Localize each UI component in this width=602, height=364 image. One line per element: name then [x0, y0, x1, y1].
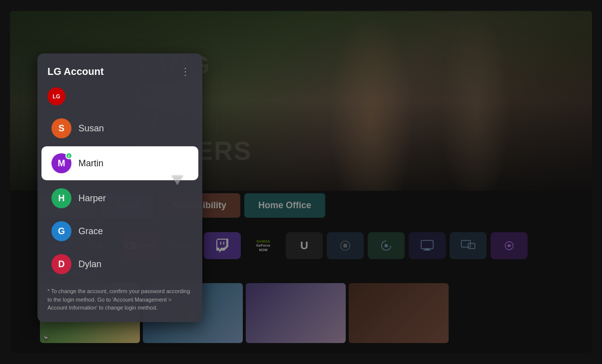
- avatar-harper: H: [51, 188, 71, 208]
- lg-logo: LG: [47, 87, 65, 105]
- panel-title: LG Account: [47, 66, 104, 77]
- panel-header: LG Account ⋮: [37, 53, 202, 85]
- user-item-susan[interactable]: S Susan: [41, 112, 198, 144]
- user-item-martin[interactable]: M 2 Martin: [41, 146, 198, 180]
- avatar-grace: G: [51, 221, 71, 241]
- cursor-arrow: [171, 175, 183, 185]
- avatar-martin: M 2: [51, 153, 71, 173]
- lg-account-panel: LG Account ⋮ LG S Susan M 2 Martin H Har…: [37, 53, 202, 322]
- user-name-harper: Harper: [78, 193, 106, 204]
- avatar-susan: S: [51, 118, 71, 138]
- user-name-martin: Martin: [78, 158, 103, 169]
- user-name-dylan: Dylan: [78, 259, 101, 270]
- more-options-button[interactable]: ⋮: [178, 63, 192, 79]
- avatar-dylan: D: [51, 254, 71, 274]
- lg-logo-row: LG: [37, 85, 202, 111]
- user-item-dylan[interactable]: D Dylan: [41, 248, 198, 280]
- user-item-harper[interactable]: H Harper: [41, 182, 198, 214]
- user-name-susan: Susan: [78, 123, 104, 134]
- tv-frame: TANGIBLEWONDERS Sports Game Accessibilit…: [10, 11, 592, 353]
- user-item-grace[interactable]: G Grace: [41, 215, 198, 247]
- panel-note: * To change the account, confirm your pa…: [37, 281, 202, 314]
- user-name-grace: Grace: [78, 226, 103, 237]
- martin-badge: 2: [65, 152, 72, 159]
